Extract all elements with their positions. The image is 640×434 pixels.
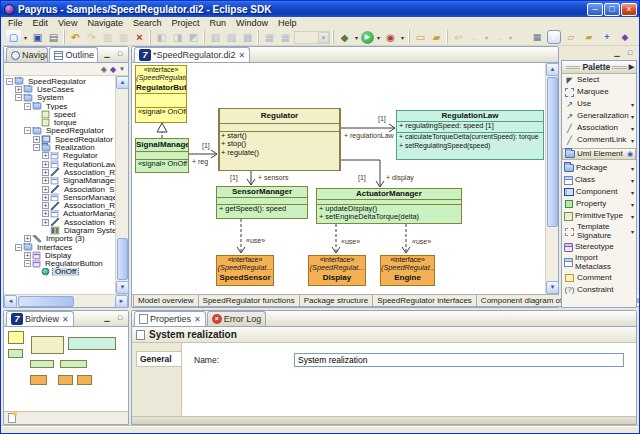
tab-navigator[interactable]: Navigat bbox=[6, 47, 48, 62]
close-icon[interactable]: ✕ bbox=[96, 51, 98, 60]
palette-stereotype[interactable]: Stereotype bbox=[562, 241, 636, 253]
minimize-view-button[interactable]: ▁ bbox=[101, 48, 113, 59]
interface-speed-sensor[interactable]: «interface» (SpeedRegulat... SpeedSensor bbox=[216, 255, 274, 286]
class-sensor-manager[interactable]: SensorManager + getSpeed(): speed bbox=[216, 186, 308, 219]
tree-item-diagram-syste[interactable]: Diagram Syste bbox=[4, 226, 115, 234]
expand-icon[interactable]: + bbox=[42, 202, 49, 209]
close-button[interactable]: × bbox=[621, 3, 637, 16]
tree-item-association-r[interactable]: +Association_R bbox=[4, 201, 115, 209]
scroll-left-icon[interactable]: ◄ bbox=[4, 295, 17, 308]
maximize-view-button[interactable]: □ bbox=[114, 312, 126, 323]
tree-item-sensormanager[interactable]: +SensorManager bbox=[4, 193, 115, 201]
resource-perspective-button[interactable]: ▱ bbox=[563, 30, 579, 45]
palette-header[interactable]: Palette ▶ bbox=[562, 61, 636, 74]
birdview-canvas[interactable] bbox=[4, 327, 128, 411]
expand-icon[interactable]: + bbox=[15, 86, 22, 93]
menu-file[interactable]: File bbox=[3, 18, 28, 28]
tree-item-regulationlaw[interactable]: +RegulationLaw bbox=[4, 160, 115, 168]
palette-primitive-type[interactable]: PrimitiveType▾ bbox=[562, 210, 636, 222]
interface-engine[interactable]: «interface» (SpeedRegulat... Engine bbox=[380, 255, 435, 286]
chevron-down-icon[interactable]: ▾ bbox=[22, 34, 29, 41]
editor-tab[interactable]: 7 *SpeedRegulator.di2 ✕ bbox=[134, 47, 250, 62]
menu-search[interactable]: Search bbox=[128, 18, 167, 28]
menu-run[interactable]: Run bbox=[204, 18, 231, 28]
class-regulation-law[interactable]: RegulationLaw + regulatingSpeed: speed [… bbox=[396, 110, 544, 160]
tree-item-speedregulator[interactable]: −SpeedRegulator bbox=[4, 77, 115, 85]
palette-association[interactable]: ╱Association▾ bbox=[562, 122, 636, 134]
team-synchronizing-perspective-button[interactable]: ◆ bbox=[617, 30, 633, 45]
page-tab-package-structure[interactable]: Package structure bbox=[299, 295, 373, 307]
tree-item-torque[interactable]: torque bbox=[4, 118, 115, 126]
scroll-thumb[interactable] bbox=[547, 77, 558, 227]
collapse-icon[interactable]: − bbox=[24, 103, 31, 110]
tree-item-actuatormanager[interactable]: +ActuatorManager bbox=[4, 210, 115, 218]
expand-icon[interactable]: + bbox=[42, 152, 49, 159]
section-general[interactable]: General bbox=[136, 351, 181, 367]
open-perspective-button[interactable]: ▦ bbox=[529, 30, 545, 45]
palette-property[interactable]: Property▾ bbox=[562, 198, 636, 210]
palette-template-signature[interactable]: Template Signature▾ bbox=[562, 222, 636, 241]
debug-icon[interactable]: ◉ bbox=[383, 30, 398, 44]
tree-item-speedregulator[interactable]: +SpeedRegulator bbox=[4, 135, 115, 143]
menu-view[interactable]: View bbox=[53, 18, 82, 28]
palette-constraint[interactable]: (?)Constraint bbox=[562, 284, 636, 296]
scroll-down-icon[interactable]: ▼ bbox=[546, 281, 559, 294]
editor-vscrollbar[interactable]: ▲ ▼ bbox=[545, 63, 558, 294]
close-icon[interactable]: ✕ bbox=[238, 51, 246, 60]
collapse-icon[interactable]: − bbox=[15, 244, 22, 251]
expand-icon[interactable]: + bbox=[24, 235, 31, 242]
expand-icon[interactable]: + bbox=[24, 252, 31, 259]
maximize-view-button[interactable]: □ bbox=[624, 47, 636, 58]
palette-use[interactable]: ↗Use▾ bbox=[562, 98, 636, 110]
menu-window[interactable]: Window bbox=[231, 18, 273, 28]
chevron-down-icon[interactable]: ▾ bbox=[631, 137, 634, 144]
palette-package[interactable]: Package▾ bbox=[562, 162, 636, 174]
search-icon[interactable]: ▰ bbox=[429, 30, 444, 44]
tab-error-log[interactable]: × Error Log bbox=[207, 311, 267, 326]
chevron-down-icon[interactable]: ▾ bbox=[631, 101, 634, 108]
chevron-down-icon[interactable]: ▾ bbox=[631, 125, 634, 132]
tree-item-display[interactable]: +Display bbox=[4, 251, 115, 259]
palette-component[interactable]: Component▾ bbox=[562, 186, 636, 198]
tab-outline[interactable]: Outline ✕ bbox=[49, 47, 98, 62]
tab-birdview[interactable]: 7 Birdview ✕ bbox=[6, 311, 74, 326]
tree-item-interfaces[interactable]: −Interfaces bbox=[4, 243, 115, 251]
tree-item-signalmanager[interactable]: +SignalManager bbox=[4, 177, 115, 185]
page-tab-model-overview[interactable]: Model overview bbox=[133, 295, 199, 307]
palette-marquee[interactable]: Marquee bbox=[562, 86, 636, 98]
java-browsing-perspective-button[interactable]: ▰ bbox=[581, 30, 597, 45]
class-regulator[interactable]: Regulator + start() + stop() + regulate(… bbox=[218, 108, 341, 171]
tree-item-regulator[interactable]: +Regulator bbox=[4, 152, 115, 160]
chevron-down-icon[interactable]: ▾ bbox=[353, 34, 360, 41]
scroll-right-icon[interactable]: ► bbox=[115, 295, 128, 308]
tree-item-association-r[interactable]: +Association_R bbox=[4, 168, 115, 176]
tree-item-association-s[interactable]: +Association_S bbox=[4, 185, 115, 193]
outline-hscrollbar[interactable]: ◄ ► bbox=[4, 294, 128, 307]
collapse-icon[interactable]: − bbox=[24, 260, 31, 267]
expand-icon[interactable]: + bbox=[42, 169, 49, 176]
expand-icon[interactable]: + bbox=[42, 177, 49, 184]
diagram-canvas[interactable]: «interface» (SpeedRegulato... RegulatorB… bbox=[132, 63, 545, 294]
close-icon[interactable]: ✕ bbox=[61, 315, 69, 324]
chevron-down-icon[interactable]: ▾ bbox=[375, 34, 382, 41]
chevron-down-icon[interactable]: ▾ bbox=[631, 213, 634, 220]
run-icon[interactable]: ▶ bbox=[361, 31, 374, 44]
scroll-thumb[interactable] bbox=[18, 296, 74, 307]
chevron-down-icon[interactable]: ▾ bbox=[631, 177, 634, 184]
class-actuator-manager[interactable]: ActuatorManager + updateDisplay() + setE… bbox=[316, 188, 462, 224]
minimize-view-button[interactable]: ▁ bbox=[611, 47, 623, 58]
tree-item-speedregulator[interactable]: −SpeedRegulator bbox=[4, 127, 115, 135]
maximize-button[interactable]: □ bbox=[604, 3, 620, 16]
scroll-up-icon[interactable]: ▲ bbox=[116, 76, 129, 89]
open-resource-icon[interactable]: ▭ bbox=[413, 30, 428, 44]
maximize-view-button[interactable]: □ bbox=[114, 48, 126, 59]
collapse-palette-icon[interactable]: ▶ bbox=[629, 63, 634, 71]
minimize-view-button[interactable]: ▁ bbox=[101, 312, 113, 323]
expand-icon[interactable]: + bbox=[42, 161, 49, 168]
new-wizard-icon[interactable]: ▢ bbox=[6, 30, 21, 44]
tree-item-imports-3-[interactable]: +Imports (3) bbox=[4, 235, 115, 243]
chevron-down-icon[interactable]: ▾ bbox=[399, 34, 406, 41]
chevron-down-icon[interactable]: ▾ bbox=[631, 228, 634, 235]
expand-icon[interactable]: + bbox=[42, 194, 49, 201]
scroll-down-icon[interactable]: ▼ bbox=[116, 281, 129, 294]
